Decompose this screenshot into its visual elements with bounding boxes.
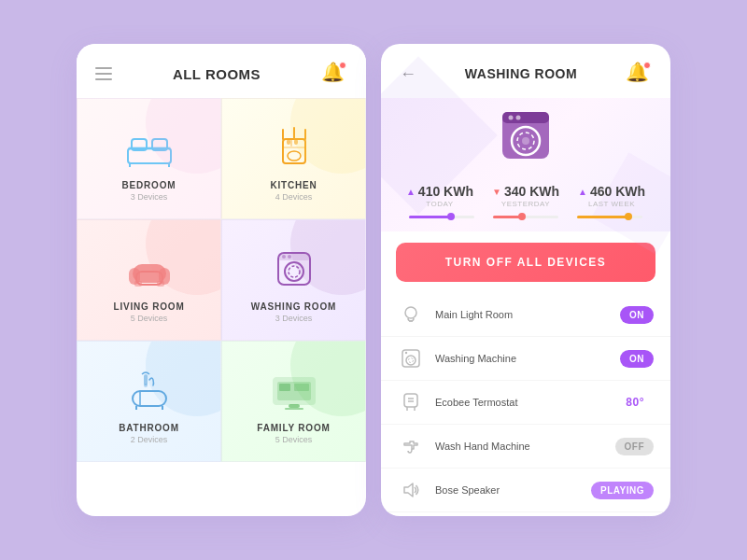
all-rooms-title: ALL ROOMS	[173, 66, 261, 82]
svg-rect-20	[157, 281, 164, 287]
progress-bars	[400, 216, 652, 218]
family-icon	[270, 374, 318, 415]
room-washing[interactable]: WASHING ROOM 3 Devices	[221, 219, 366, 341]
device-row-light: Main Light Room ON	[381, 293, 670, 337]
svg-rect-2	[152, 139, 167, 150]
svg-rect-36	[285, 408, 303, 410]
room-living[interactable]: LIVING ROOM 5 Devices	[77, 219, 221, 341]
svg-rect-10	[283, 147, 305, 148]
faucet-name: Wash Hand Machine	[435, 441, 604, 452]
turn-off-all-button[interactable]: TURN OFF ALL DEVICES	[396, 243, 655, 282]
svg-point-45	[516, 116, 521, 120]
rooms-grid: BEDROOM 3 Devices	[77, 98, 366, 462]
right-notification-badge[interactable]: 🔔	[626, 61, 652, 87]
bedroom-name: BEDROOM	[122, 180, 176, 190]
progress-lastweek	[577, 216, 642, 218]
svg-rect-27	[133, 391, 166, 406]
up-arrow2-icon: ▲	[578, 187, 587, 197]
svg-rect-35	[289, 404, 300, 408]
kwh-yesterday-value: ▼ 340 KWh	[492, 184, 559, 199]
svg-point-26	[288, 255, 291, 259]
thermostat-icon	[398, 389, 424, 415]
speaker-name: Bose Speaker	[435, 484, 580, 496]
room-kitchen[interactable]: KITCHEN 4 Devices	[221, 98, 366, 219]
bathroom-name: BATHROOM	[119, 423, 179, 433]
washing-devices: 3 Devices	[275, 314, 313, 323]
kwh-yesterday: ▼ 340 KWh YESTERDAY	[492, 184, 559, 208]
kwh-lastweek: ▲ 460 KWh LAST WEEK	[578, 184, 645, 208]
notification-dot	[339, 62, 346, 69]
svg-point-30	[144, 384, 148, 387]
family-name: FAMILY ROOM	[257, 423, 330, 433]
svg-point-49	[406, 356, 416, 365]
down-arrow-icon: ▼	[492, 187, 501, 197]
svg-point-11	[288, 151, 301, 161]
speaker-status[interactable]: PLAYING	[591, 482, 654, 499]
washer-name: Washing Machine	[435, 353, 609, 364]
kwh-today: ▲ 410 KWh TODAY	[406, 184, 473, 208]
svg-rect-3	[128, 147, 171, 150]
svg-point-24	[289, 266, 300, 277]
room-bedroom[interactable]: BEDROOM 3 Devices	[77, 98, 221, 219]
kwh-today-label: TODAY	[426, 200, 453, 208]
bedroom-icon	[126, 133, 173, 173]
svg-point-25	[282, 255, 286, 259]
svg-rect-7	[287, 139, 290, 145]
kitchen-name: KITCHEN	[270, 180, 317, 190]
device-row-speaker: Bose Speaker PLAYING	[381, 469, 670, 512]
kwh-today-value: ▲ 410 KWh	[406, 184, 473, 199]
washing-room-panel: ← WASHING ROOM 🔔	[381, 44, 670, 516]
thermostat-name: Ecobee Termostat	[435, 397, 605, 408]
room-family[interactable]: FAMILY ROOM 5 Devices	[221, 341, 366, 462]
device-row-washer: Washing Machine ON	[381, 337, 670, 381]
washing-name: WASHING ROOM	[251, 301, 336, 312]
kwh-stats: ▲ 410 KWh TODAY ▼ 340 KWh YESTERDAY ▲ 46	[400, 184, 652, 208]
kwh-lastweek-value: ▲ 460 KWh	[578, 184, 645, 199]
bedroom-devices: 3 Devices	[131, 192, 168, 202]
svg-point-51	[405, 352, 407, 354]
kwh-yesterday-label: YESTERDAY	[501, 200, 550, 208]
living-icon	[125, 255, 174, 294]
light-name: Main Light Room	[435, 309, 609, 320]
family-devices: 5 Devices	[275, 435, 313, 444]
right-notification-dot	[643, 62, 651, 69]
room-bathroom[interactable]: BATHROOM 2 Devices	[77, 341, 221, 462]
svg-point-43	[522, 137, 529, 145]
kitchen-icon	[275, 126, 313, 173]
thermostat-status[interactable]: 80°	[616, 392, 654, 413]
svg-rect-37	[279, 384, 290, 391]
svg-rect-19	[134, 281, 142, 287]
svg-point-23	[285, 262, 303, 281]
speaker-icon	[398, 477, 424, 503]
washing-room-title: WASHING ROOM	[465, 66, 577, 81]
device-row-thermostat: Ecobee Termostat 80°	[381, 381, 670, 425]
svg-point-46	[405, 307, 416, 318]
notification-badge[interactable]: 🔔	[321, 61, 347, 87]
living-name: LIVING ROOM	[113, 301, 184, 312]
washer-device-icon	[398, 345, 424, 371]
svg-rect-9	[290, 139, 292, 147]
washing-icon	[275, 249, 314, 294]
svg-rect-52	[404, 394, 417, 407]
device-row-faucet: Wash Hand Machine OFF	[381, 425, 670, 469]
devices-list: Main Light Room ON Washing Machine ON	[381, 289, 670, 516]
all-rooms-panel: ALL ROOMS 🔔 BEDRO	[77, 44, 366, 516]
kwh-lastweek-label: LAST WEEK	[588, 200, 635, 208]
washer-status[interactable]: ON	[620, 350, 654, 368]
progress-yesterday	[493, 216, 558, 218]
bathroom-devices: 2 Devices	[131, 435, 168, 444]
menu-icon[interactable]	[95, 67, 112, 80]
progress-today	[409, 216, 474, 218]
kitchen-devices: 4 Devices	[275, 192, 313, 202]
faucet-icon	[398, 433, 424, 459]
svg-point-50	[409, 358, 414, 363]
washing-hero-section: ▲ 410 KWh TODAY ▼ 340 KWh YESTERDAY ▲ 46	[381, 98, 670, 231]
svg-marker-57	[404, 483, 413, 497]
washing-machine-hero-icon	[498, 107, 554, 175]
svg-rect-8	[294, 139, 298, 145]
faucet-status[interactable]: OFF	[615, 438, 655, 455]
bathroom-icon	[127, 371, 172, 415]
light-status[interactable]: ON	[620, 306, 654, 324]
svg-point-44	[509, 116, 514, 120]
left-header: ALL ROOMS 🔔	[77, 44, 366, 98]
